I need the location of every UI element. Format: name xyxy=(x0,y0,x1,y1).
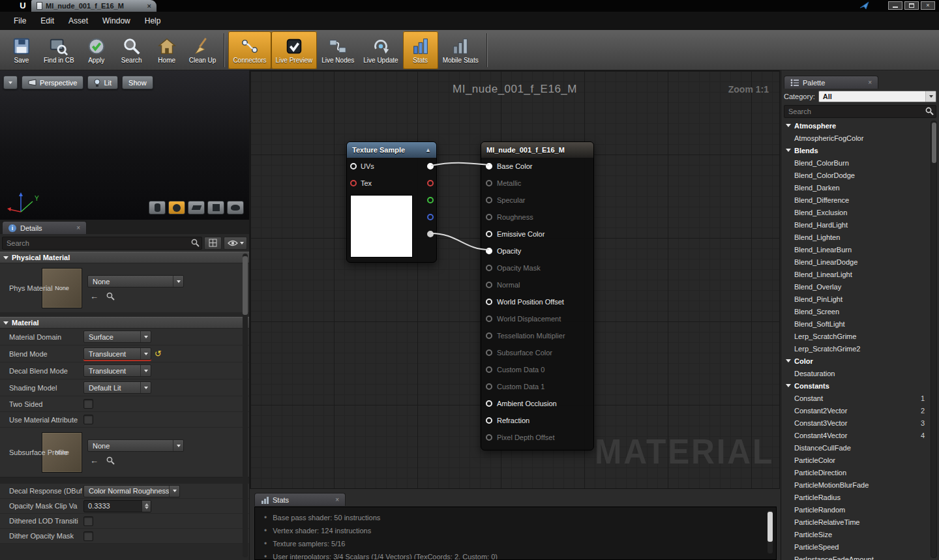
reset-to-default-icon[interactable]: ↺ xyxy=(155,349,162,359)
material-pin-row[interactable]: Roughness xyxy=(481,209,593,226)
palette-row[interactable]: Constant4Vector 4 xyxy=(781,429,929,441)
input-pin-icon[interactable] xyxy=(486,434,492,441)
panel-close-icon[interactable]: × xyxy=(868,79,872,86)
material-pin-row[interactable]: Ambient Occlusion xyxy=(481,395,593,412)
menu-window[interactable]: Window xyxy=(95,14,138,28)
perspective-button[interactable]: Perspective xyxy=(22,76,83,89)
shading-model-dropdown[interactable]: Default Lit xyxy=(83,381,151,394)
material-pin-row[interactable]: Specular xyxy=(481,192,593,209)
material-pin-row[interactable]: Subsurface Color xyxy=(481,344,593,361)
subsurface-profile-dropdown[interactable]: None xyxy=(87,439,184,452)
minimize-button[interactable] xyxy=(888,1,902,10)
input-pin-icon[interactable] xyxy=(486,282,492,288)
material-pin-row[interactable]: Refraction xyxy=(481,412,593,429)
view-options-button[interactable] xyxy=(224,237,247,250)
spinner-arrows-icon[interactable] xyxy=(142,501,151,512)
palette-row[interactable]: Blend_SoftLight xyxy=(781,317,929,330)
material-pin-row[interactable]: Custom Data 0 xyxy=(481,361,593,378)
search-button[interactable]: Search xyxy=(114,31,149,69)
use-selected-arrow-icon[interactable]: ← xyxy=(90,293,98,301)
opacity-mask-clip-input[interactable]: 0.3333 xyxy=(83,500,151,512)
plane-preview-button[interactable] xyxy=(188,201,205,214)
input-pin-icon[interactable] xyxy=(486,163,492,169)
input-pin-icon[interactable] xyxy=(486,265,492,271)
apply-button[interactable]: Apply xyxy=(79,31,114,69)
input-pin-icon[interactable] xyxy=(486,383,492,390)
input-pin-icon[interactable] xyxy=(486,349,492,356)
palette-row[interactable]: ParticleRelativeTime xyxy=(781,516,929,528)
stats-tab[interactable]: Stats × xyxy=(254,493,346,506)
scrollbar-thumb[interactable] xyxy=(243,256,248,315)
palette-row[interactable]: Constants xyxy=(781,379,929,392)
use-material-attributes-checkbox[interactable] xyxy=(83,415,93,424)
material-pin-row[interactable]: Opacity xyxy=(481,243,593,259)
save-button[interactable]: Save xyxy=(4,31,39,69)
details-search-input[interactable] xyxy=(2,237,202,250)
uvs-pin-icon[interactable] xyxy=(350,163,357,169)
live-nodes-button[interactable]: Live Nodes xyxy=(317,31,359,69)
palette-row[interactable]: Constant3Vector 3 xyxy=(781,417,929,429)
palette-row[interactable]: Blend_LinearDodge xyxy=(781,256,929,268)
palette-row[interactable]: Blend_HardLight xyxy=(781,218,929,231)
palette-row[interactable]: Blend_Darken xyxy=(781,181,929,194)
use-selected-arrow-icon[interactable]: ← xyxy=(90,457,98,465)
stats-button[interactable]: Stats xyxy=(403,31,438,69)
g-output-pin-icon[interactable] xyxy=(427,197,434,203)
sphere-preview-button[interactable] xyxy=(168,201,185,214)
material-pin-row[interactable]: Metallic xyxy=(481,175,593,192)
section-material[interactable]: Material xyxy=(0,317,249,329)
palette-row[interactable]: Blend_Overlay xyxy=(781,280,929,293)
decal-response-dropdown[interactable]: Color Normal Roughness xyxy=(83,485,180,497)
tab-close-icon[interactable]: × xyxy=(147,2,151,10)
palette-row[interactable]: Constant2Vector 2 xyxy=(781,404,929,417)
dithered-lod-checkbox[interactable] xyxy=(83,516,93,526)
blend-mode-dropdown[interactable]: Translucent xyxy=(83,347,151,360)
mobile-stats-button[interactable]: Mobile Stats xyxy=(438,31,483,69)
material-pin-row[interactable]: World Position Offset xyxy=(481,293,593,310)
palette-row[interactable]: Blend_Difference xyxy=(781,194,929,206)
input-pin-icon[interactable] xyxy=(486,180,492,186)
viewport-options-button[interactable] xyxy=(3,76,18,89)
property-matrix-button[interactable] xyxy=(204,237,222,250)
decal-blend-mode-dropdown[interactable]: Translucent xyxy=(83,364,151,377)
material-domain-dropdown[interactable]: Surface xyxy=(83,331,151,343)
palette-row[interactable]: Blend_PinLight xyxy=(781,293,929,305)
rgb-output-pin-icon[interactable] xyxy=(427,163,434,169)
palette-row[interactable]: Color xyxy=(781,355,929,367)
palette-row[interactable]: Blend_Lighten xyxy=(781,231,929,243)
material-pin-row[interactable]: Custom Data 1 xyxy=(481,378,593,395)
palette-row[interactable]: Blend_Screen xyxy=(781,305,929,317)
palette-row[interactable]: DistanceCullFade xyxy=(781,441,929,454)
input-pin-icon[interactable] xyxy=(486,332,492,339)
palette-row[interactable]: ParticleColor xyxy=(781,454,929,466)
menu-edit[interactable]: Edit xyxy=(33,14,61,28)
input-pin-icon[interactable] xyxy=(486,248,492,254)
input-pin-icon[interactable] xyxy=(486,231,492,237)
palette-row[interactable]: ParticleMotionBlurFade xyxy=(781,479,929,491)
browse-magnifier-icon[interactable] xyxy=(106,292,115,301)
panel-close-icon[interactable]: × xyxy=(76,224,80,231)
palette-row[interactable]: Lerp_ScratchGrime xyxy=(781,330,929,342)
material-pin-row[interactable]: Opacity Mask xyxy=(481,259,593,276)
details-scrollbar[interactable] xyxy=(243,254,248,557)
palette-row[interactable]: ParticleRandom xyxy=(781,503,929,516)
two-sided-checkbox[interactable] xyxy=(83,399,93,409)
material-pin-row[interactable]: Emissive Color xyxy=(481,226,593,243)
palette-search-input[interactable] xyxy=(784,105,936,118)
input-pin-icon[interactable] xyxy=(486,316,492,322)
material-pin-row[interactable]: Pixel Depth Offset xyxy=(481,429,593,446)
scrollbar-thumb[interactable] xyxy=(932,123,936,163)
live-update-button[interactable]: Live Update xyxy=(359,31,402,69)
material-result-node[interactable]: MI_nude_001_f_E16_M Base Color Metallic … xyxy=(481,141,594,450)
palette-row[interactable]: Blend_LinearBurn xyxy=(781,243,929,256)
palette-row[interactable]: Atmosphere xyxy=(781,119,929,132)
palette-row[interactable]: ParticleSize xyxy=(781,528,929,540)
material-pin-row[interactable]: Normal xyxy=(481,276,593,293)
material-pin-row[interactable]: Base Color xyxy=(481,158,593,175)
palette-row[interactable]: Constant 1 xyxy=(781,392,929,404)
live-preview-button[interactable]: Live Preview xyxy=(271,31,318,69)
input-pin-icon[interactable] xyxy=(486,299,492,305)
r-output-pin-icon[interactable] xyxy=(427,180,434,186)
dither-opacity-checkbox[interactable] xyxy=(83,531,93,541)
details-tab[interactable]: i Details × xyxy=(2,221,87,234)
